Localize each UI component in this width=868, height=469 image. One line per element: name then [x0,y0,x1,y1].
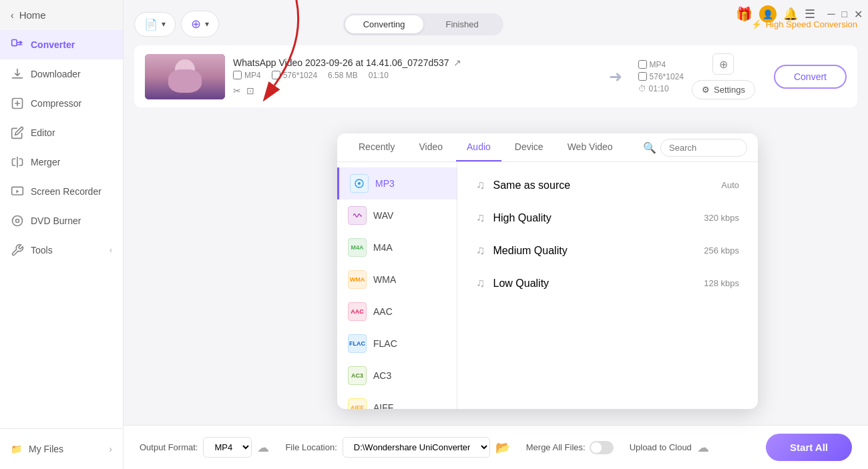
tab-recently[interactable]: Recently [348,133,405,161]
quality-medium[interactable]: ♫ Medium Quality 256 kbps [463,236,752,266]
resolution-to-check[interactable]: 576*1024 [638,72,684,81]
format-item-aac[interactable]: AAC AAC [337,296,457,328]
music-icon: ♫ [476,178,485,192]
format-label: MP3 [375,178,395,189]
sidebar-my-files[interactable]: 📁 My Files › [0,436,123,462]
sidebar-item-dvd-burner[interactable]: DVD Burner [0,206,123,236]
start-all-button[interactable]: Start All [766,434,852,461]
crop-icon[interactable]: ⊡ [246,85,254,96]
sidebar-item-converter[interactable]: Converter [0,30,123,59]
user-icon[interactable]: 👤 [759,5,777,23]
sidebar-item-tools[interactable]: Tools ‹ [0,236,123,265]
resolution-from-check[interactable]: 576*1024 [272,71,317,80]
search-icon: 🔍 [643,141,656,154]
gift-icon[interactable]: 🎁 [736,6,752,22]
sidebar-item-screen-recorder[interactable]: Screen Recorder [0,177,123,206]
ac3-icon: AC3 [348,366,367,385]
quality-value: 320 kbps [704,213,739,223]
cloud-icon[interactable]: ☁ [697,440,709,455]
format-item-wma[interactable]: WMA WMA [337,264,457,296]
folder-open-icon[interactable]: 📂 [495,440,510,455]
output-format-select[interactable]: MP4 [203,437,252,458]
format-qualities: ♫ Same as source Auto ♫ High Quality 320… [457,162,758,409]
convert-button[interactable]: Convert [774,65,847,89]
convert-btn-wrapper: Convert [774,65,847,89]
resolution-to-checkbox[interactable] [638,72,647,81]
sidebar-item-merger[interactable]: Merger [0,147,123,177]
add-file-label: ▾ [162,19,166,29]
quality-high[interactable]: ♫ High Quality 320 kbps [463,203,752,233]
resolution-checkbox[interactable] [272,71,280,79]
format-item-m4a[interactable]: M4A M4A [337,231,457,264]
music-icon: ♫ [476,276,485,290]
sidebar-item-label: Downloader [31,69,81,79]
file-location-select[interactable]: D:\Wondershare UniConverter [343,437,490,458]
add-btn[interactable]: ⊕ ▾ [181,11,219,37]
tab-converting[interactable]: Converting [345,15,423,33]
tab-web-video[interactable]: Web Video [557,133,624,161]
format-label: AC3 [373,370,391,381]
output-format-field: Output Format: MP4 ☁ [140,437,269,458]
sidebar-item-label: DVD Burner [31,215,81,226]
format-item-wav[interactable]: WAV [337,199,457,231]
cut-icon[interactable]: ✂ [233,85,241,96]
plus-icon: ⊕ [191,17,201,31]
file-item: WhatsApp Video 2023-09-26 at 14.41.06_07… [134,45,857,107]
copy-icon[interactable]: ⊕ [712,53,734,75]
quality-low[interactable]: ♫ Low Quality 128 kbps [463,268,752,298]
format-item-ac3[interactable]: AC3 AC3 [337,360,457,392]
duration-from: 01:10 [369,71,389,80]
add-btn-label: ▾ [205,19,209,29]
sidebar-home[interactable]: ‹ Home [0,0,123,30]
add-files-button[interactable]: 📄 ▾ [134,12,176,37]
format-to-check[interactable]: MP4 [638,60,684,69]
format-item-aiff[interactable]: AIFF AIFF [337,392,457,409]
external-link-icon[interactable]: ↗ [453,57,461,68]
sidebar-item-label: Editor [31,127,55,138]
tab-video[interactable]: Video [408,133,453,161]
merge-toggle-switch[interactable] [590,441,614,454]
sidebar-item-label: Screen Recorder [31,186,101,197]
quality-name: High Quality [493,212,552,224]
search-input[interactable] [660,139,747,157]
sidebar-item-label: Tools [31,245,53,256]
tab-device[interactable]: Device [504,133,554,161]
tab-switcher: Converting Finished [343,13,503,35]
sidebar-item-downloader[interactable]: Downloader [0,59,123,89]
content-area: 📄 ▾ ⊕ ▾ Converting Finished ⚡ High Speed… [124,0,868,425]
format-item-mp3[interactable]: MP3 [337,167,457,199]
merge-label: Merge All Files: [526,442,586,452]
minimize-btn[interactable]: ─ [827,8,835,20]
file-output-info: MP4 576*1024 ⏱ 01:10 [638,60,684,93]
bell-icon[interactable]: 🔔 [783,7,798,21]
sidebar-bottom: 📁 My Files › [0,428,123,469]
maximize-btn[interactable]: □ [842,9,847,19]
wav-icon [348,206,367,225]
cloud-upload-icon[interactable]: ☁ [257,440,269,455]
format-from-check[interactable]: MP4 [233,71,261,80]
sidebar-item-editor[interactable]: Editor [0,118,123,147]
format-label: WAV [373,210,393,221]
format-checkbox[interactable] [233,71,242,79]
quality-name: Medium Quality [493,245,568,257]
format-to-checkbox[interactable] [638,60,647,69]
quality-name: Low Quality [493,278,550,290]
quality-value: 256 kbps [704,246,739,256]
format-item-flac[interactable]: FLAC FLAC [337,328,457,360]
downloader-icon [11,67,24,81]
tab-audio[interactable]: Audio [456,133,501,161]
compressor-icon [11,97,24,110]
file-info: WhatsApp Video 2023-09-26 at 14.41.06_07… [233,57,593,96]
menu-icon[interactable]: ☰ [805,7,815,21]
close-btn[interactable]: ✕ [854,8,863,21]
file-actions: ⊕ ⚙ Settings [692,53,755,99]
aiff-icon: AIFF [348,398,367,409]
quality-same-as-source[interactable]: ♫ Same as source Auto [463,170,752,200]
tab-finished[interactable]: Finished [423,15,501,33]
upload-cloud-field: Upload to Cloud ☁ [630,440,709,455]
wma-icon: WMA [348,270,367,289]
my-files-label: My Files [29,444,63,454]
settings-button[interactable]: ⚙ Settings [692,80,755,99]
music-icon: ♫ [476,244,485,258]
sidebar-item-compressor[interactable]: Compressor [0,89,123,118]
